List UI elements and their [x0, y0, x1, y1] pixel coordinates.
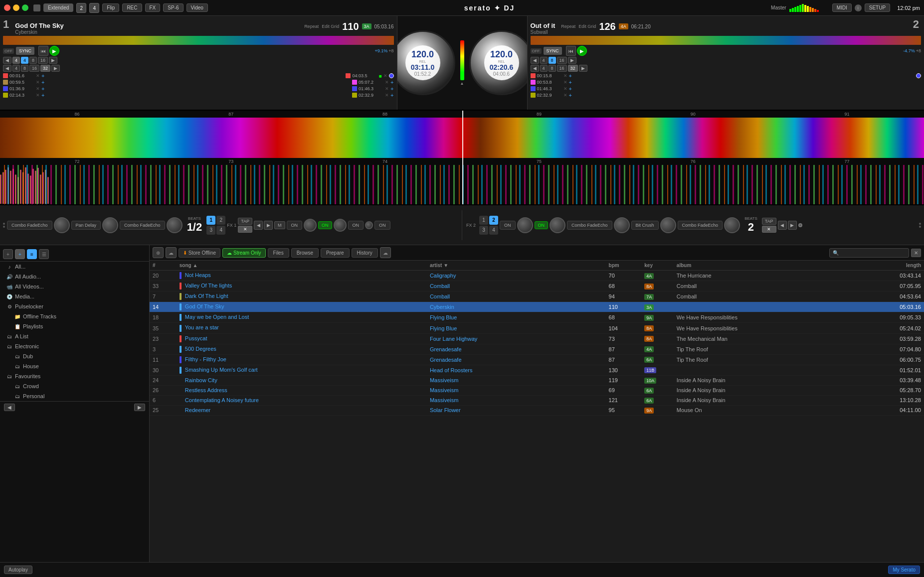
deck1-loop-16b[interactable]: 16: [29, 65, 39, 72]
fx1-on3[interactable]: ON: [348, 221, 364, 230]
fx2-knob2[interactable]: [550, 217, 565, 233]
fx1-on-knob2[interactable]: [334, 219, 347, 232]
fx1-m[interactable]: M: [274, 221, 285, 229]
fx2-nav-left[interactable]: ◀: [778, 221, 787, 230]
rec-button[interactable]: REC: [122, 3, 142, 12]
col-artist[interactable]: artist ▼: [427, 261, 606, 271]
sidebar-grid-btn[interactable]: ≡: [27, 249, 37, 259]
fx2-num1[interactable]: 1: [479, 216, 488, 225]
fx1-tap[interactable]: TAP: [238, 218, 252, 225]
deck2-loop-fwd2[interactable]: ▶: [579, 65, 587, 72]
fx2-on1[interactable]: ON: [500, 221, 516, 230]
fx2-combo1[interactable]: Combo FadeEcho: [567, 221, 612, 230]
deck2-cue2-add[interactable]: +: [569, 79, 572, 85]
col-album[interactable]: album: [674, 261, 871, 271]
col-bpm[interactable]: bpm: [606, 261, 642, 271]
deck1-repeat[interactable]: Repeat: [304, 24, 319, 29]
deck2-loop-back[interactable]: ◀: [531, 57, 539, 64]
maximize-btn[interactable]: [22, 4, 28, 11]
cue1-x[interactable]: ✕: [36, 73, 40, 78]
table-row[interactable]: 20 Not Heaps Caligraphy 70 4A The Hurric…: [150, 271, 924, 281]
cue3-add[interactable]: +: [41, 86, 44, 92]
track-artist[interactable]: Flying Blue: [430, 325, 457, 331]
cue2-add[interactable]: +: [41, 79, 44, 85]
track-title[interactable]: 500 Degrees: [185, 346, 216, 352]
fx2-num4[interactable]: 4: [489, 226, 498, 235]
turntable-left[interactable]: 120.0 REL 03:11.0 01:52.2: [390, 30, 455, 95]
table-row[interactable]: 33 Valley Of The lights Comball 68 8A Co…: [150, 281, 924, 291]
deck1-prev[interactable]: ⏮: [38, 46, 48, 56]
minimize-btn[interactable]: [13, 4, 19, 11]
deck1-loop-4[interactable]: 4: [12, 57, 20, 64]
deck2-off[interactable]: OFF: [531, 48, 542, 54]
track-artist[interactable]: Cyberskin: [430, 304, 454, 310]
deck2-play[interactable]: ▶: [577, 46, 587, 56]
track-artist[interactable]: Solar Flower: [430, 407, 461, 413]
table-row[interactable]: 24 Rainbow City Massiveism 119 10A Insid…: [150, 375, 924, 385]
fx2-bit-crush[interactable]: Bit Crush: [631, 221, 659, 230]
sidebar-item-house[interactable]: 🗂 House: [0, 361, 149, 371]
table-row[interactable]: 26 Restless Address Massiveism 69 6A Ins…: [150, 385, 924, 395]
fx1-combo1[interactable]: Combo FadeEcho: [7, 221, 52, 230]
fx1-num3[interactable]: 3: [206, 226, 215, 235]
fx1-on1[interactable]: ON: [287, 221, 303, 230]
lib-add-btn[interactable]: ⊕: [153, 247, 164, 258]
deck1-play[interactable]: ▶: [49, 46, 59, 56]
deck1-loop-fwd2[interactable]: ▶: [51, 65, 60, 72]
sidebar-item-personal[interactable]: 🗂 Personal: [0, 391, 149, 401]
deck1-loop-back[interactable]: ◀: [3, 57, 11, 64]
track-title[interactable]: Pussycat: [185, 335, 207, 341]
deck1-editgrid[interactable]: Edit Grid: [322, 24, 339, 29]
tab-files[interactable]: Files: [268, 248, 289, 258]
table-row[interactable]: 30 Smashing Up Mom's Golf cart Head of R…: [150, 365, 924, 375]
setup-button[interactable]: SETUP: [865, 3, 890, 12]
deck2-cue4-x[interactable]: ✕: [563, 93, 567, 98]
col-key[interactable]: key: [641, 261, 674, 271]
deck2-prev[interactable]: ⏮: [566, 46, 576, 56]
video-button[interactable]: Video: [186, 3, 208, 12]
deck2-cue3-x[interactable]: ✕: [563, 86, 567, 91]
info-icon[interactable]: i: [855, 4, 862, 11]
sidebar-list-btn[interactable]: ☰: [39, 249, 49, 259]
fx1-on2-active[interactable]: ON: [318, 221, 332, 229]
fx1-x[interactable]: ✕: [238, 226, 252, 233]
mode-button[interactable]: Extended: [43, 3, 73, 12]
track-artist[interactable]: Massiveism: [430, 377, 458, 383]
deck1-sync[interactable]: SYNC: [16, 47, 34, 55]
sidebar-item-dub[interactable]: 🗂 Dub: [0, 351, 149, 361]
table-row[interactable]: 3 500 Degrees Grenadesafe 87 4A Tip The …: [150, 344, 924, 354]
cue-r3-add[interactable]: +: [390, 86, 393, 92]
deck2-loop-8b[interactable]: 8: [549, 65, 556, 72]
autoplay-button[interactable]: Autoplay: [4, 566, 32, 574]
deck2-repeat[interactable]: Repeat: [561, 24, 575, 29]
track-title[interactable]: Restless Address: [185, 387, 227, 393]
deck2-cue1-x[interactable]: ✕: [563, 73, 567, 78]
track-artist[interactable]: Grenadesafe: [430, 357, 462, 363]
fx2-on2-active[interactable]: ON: [535, 221, 549, 229]
sidebar-item-all[interactable]: ♪ All...: [0, 262, 149, 272]
sidebar-item-alist[interactable]: 🗂 A List: [0, 331, 149, 341]
table-row[interactable]: 25 Redeemer Solar Flower 95 9A Mouse On …: [150, 405, 924, 415]
num-btn-4[interactable]: 4: [89, 3, 99, 13]
table-row[interactable]: 23 Pussycat Four Lane Highway 73 8A The …: [150, 333, 924, 344]
fx1-num1[interactable]: 1: [206, 216, 215, 225]
sidebar-item-playlists[interactable]: 📋 Playlists: [0, 321, 149, 331]
fx2-knob1[interactable]: [517, 217, 533, 233]
sidebar-add-orange[interactable]: +: [15, 249, 25, 259]
track-title[interactable]: Rainbow City: [185, 377, 217, 383]
sidebar-scroll-right[interactable]: ▶: [134, 404, 145, 411]
fx2-num2[interactable]: 2: [489, 216, 498, 225]
deck2-editgrid[interactable]: Edit Grid: [578, 24, 596, 29]
track-artist[interactable]: Four Lane Highway: [430, 336, 477, 342]
cue-r1-x[interactable]: ✕: [383, 73, 387, 78]
deck2-loop-16[interactable]: 16: [557, 57, 567, 64]
fx-button[interactable]: FX: [145, 3, 161, 12]
close-btn[interactable]: [4, 4, 10, 11]
track-artist[interactable]: Massiveism: [430, 397, 458, 403]
sidebar-scroll-left[interactable]: ◀: [4, 404, 15, 411]
deck2-sync[interactable]: SYNC: [544, 47, 562, 55]
cue-r2-x[interactable]: ✕: [385, 80, 389, 85]
deck1-loop-4c[interactable]: 4: [12, 65, 20, 72]
fx1-knob1[interactable]: [54, 217, 70, 233]
tab-browse[interactable]: Browse: [291, 248, 319, 258]
